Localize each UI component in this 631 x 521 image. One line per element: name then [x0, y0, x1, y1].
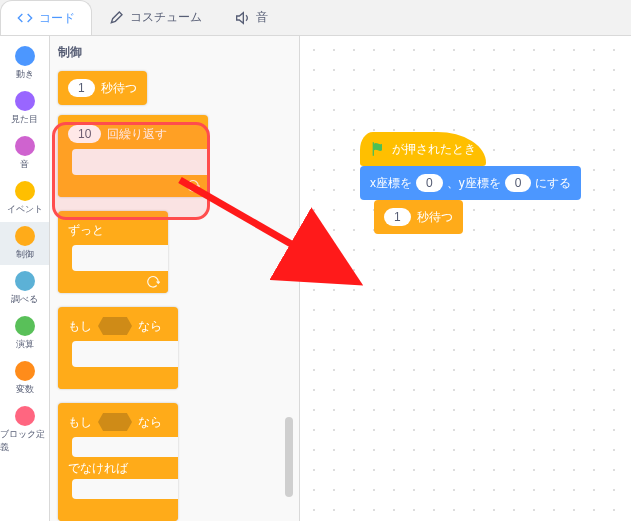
boolean-slot[interactable]	[98, 317, 132, 335]
cat-label: 演算	[16, 338, 34, 351]
cat-label: 音	[20, 158, 29, 171]
cat-label: 調べる	[11, 293, 38, 306]
goto-p3: にする	[535, 175, 571, 192]
wait-label: 秒待つ	[417, 209, 453, 226]
if-prefix: もし	[68, 318, 92, 335]
category-variables[interactable]: 変数	[0, 357, 49, 400]
cat-label: 動き	[16, 68, 34, 81]
forever-label: ずっと	[68, 222, 104, 239]
cat-label: イベント	[7, 203, 43, 216]
brush-icon	[108, 10, 124, 26]
goto-x-input[interactable]: 0	[416, 174, 443, 192]
cat-label: 見た目	[11, 113, 38, 126]
ifelse-mid: なら	[138, 414, 162, 431]
category-looks[interactable]: 見た目	[0, 87, 49, 130]
editor-tabs: コード コスチューム 音	[0, 0, 631, 36]
boolean-slot[interactable]	[98, 413, 132, 431]
repeat-label: 回繰り返す	[107, 126, 167, 143]
hat-label: が押されたとき	[392, 141, 476, 158]
goto-y-input[interactable]: 0	[505, 174, 532, 192]
code-icon	[17, 10, 33, 26]
green-flag-icon	[370, 141, 386, 157]
wait-input[interactable]: 1	[384, 208, 411, 226]
category-sensing[interactable]: 調べる	[0, 267, 49, 310]
block-when-flag-clicked[interactable]: が押されたとき	[360, 132, 486, 166]
tab-code[interactable]: コード	[0, 0, 92, 35]
category-events[interactable]: イベント	[0, 177, 49, 220]
tab-sounds[interactable]: 音	[218, 0, 284, 35]
script-workspace[interactable]: が押されたとき x座標を 0 、y座標を 0 にする 1 秒待つ	[300, 36, 631, 521]
block-if-else[interactable]: もし なら でなければ	[58, 403, 178, 521]
wait-label: 秒待つ	[101, 80, 137, 97]
category-motion[interactable]: 動き	[0, 42, 49, 85]
category-operators[interactable]: 演算	[0, 312, 49, 355]
palette-title: 制御	[58, 44, 291, 61]
block-goto-xy[interactable]: x座標を 0 、y座標を 0 にする	[360, 166, 581, 200]
cat-label: 制御	[16, 248, 34, 261]
wait-input[interactable]: 1	[68, 79, 95, 97]
cat-label: ブロック定義	[0, 428, 49, 454]
block-forever[interactable]: ずっと	[58, 211, 168, 293]
tab-label: 音	[256, 9, 268, 26]
category-control[interactable]: 制御	[0, 222, 49, 265]
palette-scrollbar[interactable]	[285, 417, 293, 497]
block-repeat[interactable]: 10 回繰り返す	[58, 115, 208, 197]
script-stack: が押されたとき x座標を 0 、y座標を 0 にする 1 秒待つ	[360, 132, 581, 234]
tab-label: コード	[39, 10, 75, 27]
category-myblocks[interactable]: ブロック定義	[0, 402, 49, 458]
loop-arrow-icon	[146, 275, 160, 289]
goto-p1: x座標を	[370, 175, 412, 192]
block-wait[interactable]: 1 秒待つ	[58, 71, 147, 105]
repeat-input[interactable]: 10	[68, 125, 101, 143]
category-sound[interactable]: 音	[0, 132, 49, 175]
sound-icon	[234, 10, 250, 26]
ifelse-else: でなければ	[68, 460, 128, 477]
if-suffix: なら	[138, 318, 162, 335]
ifelse-prefix: もし	[68, 414, 92, 431]
block-wait-ws[interactable]: 1 秒待つ	[374, 200, 463, 234]
cat-label: 変数	[16, 383, 34, 396]
block-palette: 制御 1 秒待つ 10 回繰り返す ずっと	[50, 36, 300, 521]
goto-p2: 、y座標を	[447, 175, 501, 192]
category-list: 動き 見た目 音 イベント 制御 調べる 演算 変数 ブロック定義	[0, 36, 50, 521]
tab-label: コスチューム	[130, 9, 202, 26]
tab-costumes[interactable]: コスチューム	[92, 0, 218, 35]
loop-arrow-icon	[186, 179, 200, 193]
block-if[interactable]: もし なら	[58, 307, 178, 389]
